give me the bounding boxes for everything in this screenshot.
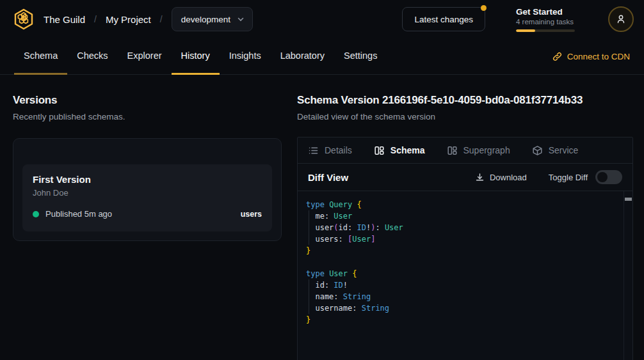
chevron-down-icon bbox=[237, 15, 245, 23]
tab-details[interactable]: Details bbox=[308, 145, 352, 156]
version-status: Published 5m ago bbox=[45, 209, 112, 219]
versions-list-card: First Version John Doe Published 5m ago … bbox=[13, 138, 282, 241]
breadcrumb-org[interactable]: The Guild bbox=[44, 14, 85, 25]
version-detail-tabs: Details Schema Supergr bbox=[298, 137, 632, 164]
toggle-diff-label: Toggle Diff bbox=[549, 173, 588, 182]
nav-tab-explorer[interactable]: Explorer bbox=[118, 38, 172, 75]
version-detail-subtitle: Detailed view of the schema version bbox=[297, 112, 633, 121]
versions-column: Versions Recently published schemas. Fir… bbox=[0, 75, 294, 360]
columns-icon bbox=[447, 145, 458, 156]
nav-spacer bbox=[387, 38, 552, 74]
connect-to-cdn-button[interactable]: Connect to CDN bbox=[552, 38, 630, 74]
published-status-dot bbox=[33, 211, 39, 217]
indent-guide bbox=[309, 210, 309, 245]
version-service-badge: users bbox=[241, 210, 262, 219]
target-select-value: development bbox=[181, 15, 230, 24]
tab-service[interactable]: Service bbox=[532, 145, 579, 156]
notification-dot bbox=[481, 5, 487, 11]
target-select[interactable]: development bbox=[172, 7, 253, 31]
nav-tab-insights[interactable]: Insights bbox=[220, 38, 271, 75]
version-list-item[interactable]: First Version John Doe Published 5m ago … bbox=[22, 164, 272, 231]
nav-tab-checks[interactable]: Checks bbox=[67, 38, 117, 75]
connect-to-cdn-label: Connect to CDN bbox=[567, 52, 630, 61]
get-started-subtitle: 4 remaining tasks bbox=[516, 18, 575, 26]
get-started-progress-fill bbox=[516, 29, 535, 32]
get-started-title: Get Started bbox=[516, 7, 575, 17]
tab-schema[interactable]: Schema bbox=[374, 145, 425, 156]
get-started-progress-track bbox=[516, 29, 575, 32]
download-label: Download bbox=[490, 173, 527, 182]
indent-guide bbox=[309, 279, 309, 314]
columns-icon bbox=[374, 145, 385, 156]
latest-changes-label: Latest changes bbox=[414, 15, 473, 24]
version-detail-panel: Details Schema Supergr bbox=[297, 137, 633, 360]
schema-code-viewer[interactable]: type Query { me: User user(id: ID!): Use… bbox=[298, 191, 632, 360]
app-header: The Guild / My Project / development Lat… bbox=[0, 0, 644, 38]
toggle-diff-switch[interactable] bbox=[595, 170, 622, 184]
cube-icon bbox=[532, 145, 543, 156]
version-author: John Doe bbox=[33, 188, 262, 198]
link-icon bbox=[552, 52, 562, 61]
person-icon bbox=[615, 13, 627, 25]
download-button[interactable]: Download bbox=[475, 173, 527, 182]
breadcrumb-separator: / bbox=[160, 14, 163, 24]
list-icon bbox=[308, 145, 319, 156]
code-scrollbar-thumb[interactable] bbox=[625, 198, 632, 201]
user-avatar[interactable] bbox=[608, 6, 634, 32]
versions-title: Versions bbox=[13, 94, 282, 107]
nav-tab-settings[interactable]: Settings bbox=[334, 38, 387, 75]
nav-tab-schema[interactable]: Schema bbox=[14, 38, 67, 75]
version-detail-column: Schema Version 2166196f-5e10-4059-bd0a-0… bbox=[294, 75, 633, 360]
download-icon bbox=[475, 173, 485, 182]
version-name: First Version bbox=[33, 174, 262, 185]
nav-tab-history[interactable]: History bbox=[172, 38, 220, 75]
get-started-widget[interactable]: Get Started 4 remaining tasks bbox=[516, 7, 575, 32]
versions-subtitle: Recently published schemas. bbox=[13, 112, 282, 121]
nav-tab-laboratory[interactable]: Laboratory bbox=[271, 38, 334, 75]
version-meta-row: Published 5m ago users bbox=[33, 209, 262, 219]
code-scrollbar[interactable] bbox=[624, 191, 632, 360]
breadcrumb: The Guild / My Project / bbox=[44, 14, 163, 25]
switch-knob bbox=[597, 172, 608, 182]
main-content: Versions Recently published schemas. Fir… bbox=[0, 75, 644, 360]
version-detail-title: Schema Version 2166196f-5e10-4059-bd0a-0… bbox=[297, 94, 633, 107]
toggle-diff-control: Toggle Diff bbox=[549, 170, 622, 184]
target-nav: Schema Checks Explorer History Insights … bbox=[0, 38, 644, 75]
tab-supergraph[interactable]: Supergraph bbox=[447, 145, 510, 156]
diff-toolbar: Diff View Download Toggle Diff bbox=[298, 164, 632, 191]
breadcrumb-separator: / bbox=[94, 14, 97, 24]
breadcrumb-project[interactable]: My Project bbox=[106, 14, 151, 25]
diff-view-title: Diff View bbox=[308, 172, 348, 183]
latest-changes-button[interactable]: Latest changes bbox=[402, 7, 485, 31]
hive-logo-icon[interactable] bbox=[10, 6, 37, 33]
code-lines: type Query { me: User user(id: ID!): Use… bbox=[306, 199, 613, 325]
